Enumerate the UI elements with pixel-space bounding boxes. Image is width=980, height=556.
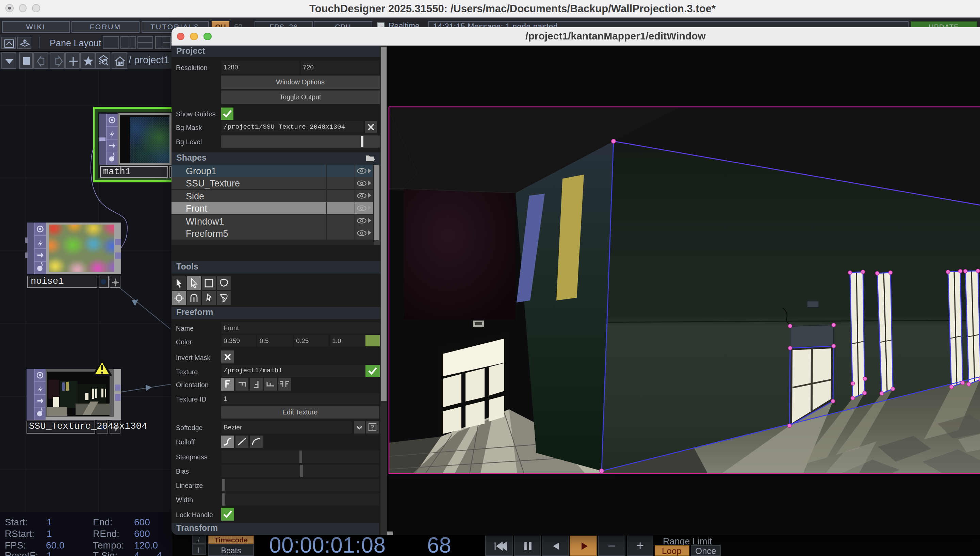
svg-text:?: ? xyxy=(371,424,374,431)
